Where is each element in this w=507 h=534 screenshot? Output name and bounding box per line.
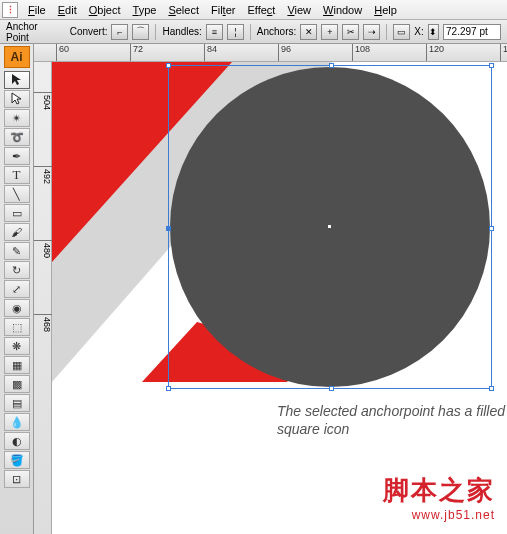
toolbox: Ai ✴ ➰ ✒ T ╲ ▭ 🖌 ✎ ↻ ⤢ ◉ ⬚ ❋ ▦ ▩ ▤ 💧 ◐ 🪣…: [0, 44, 34, 534]
direct-selection-tool[interactable]: [4, 90, 30, 108]
blend-tool[interactable]: ◐: [4, 432, 30, 450]
x-field[interactable]: [443, 24, 501, 40]
warp-tool[interactable]: ◉: [4, 299, 30, 317]
handles-label: Handles:: [162, 26, 201, 37]
watermark: 脚本之家 www.jb51.net: [383, 473, 495, 522]
anchor-remove-icon[interactable]: ✕: [300, 24, 317, 40]
menu-help[interactable]: Help: [368, 2, 403, 18]
mode-label: Anchor Point: [6, 21, 60, 43]
watermark-text: 脚本之家: [383, 473, 495, 508]
menu-view[interactable]: View: [281, 2, 317, 18]
anchor-cut-icon[interactable]: ✂: [342, 24, 359, 40]
menu-type[interactable]: Type: [127, 2, 163, 18]
handles-hide-icon[interactable]: ¦: [227, 24, 244, 40]
symbol-sprayer-tool[interactable]: ❋: [4, 337, 30, 355]
menu-object[interactable]: Object: [83, 2, 127, 18]
type-tool[interactable]: T: [4, 166, 30, 184]
app-icon: ⋮: [2, 2, 18, 18]
menu-edit[interactable]: Edit: [52, 2, 83, 18]
control-bar: Anchor Point Convert: ⌐ ⌒ Handles: ≡ ¦ A…: [0, 20, 507, 44]
scale-tool[interactable]: ⤢: [4, 280, 30, 298]
paintbrush-tool[interactable]: 🖌: [4, 223, 30, 241]
graph-tool[interactable]: ▦: [4, 356, 30, 374]
anchor-add-icon[interactable]: +: [321, 24, 338, 40]
watermark-url: www.jb51.net: [383, 508, 495, 522]
menu-filter[interactable]: Filter: [205, 2, 241, 18]
crop-tool[interactable]: ⊡: [4, 470, 30, 488]
rotate-tool[interactable]: ↻: [4, 261, 30, 279]
x-label: X:: [414, 26, 423, 37]
menu-file[interactable]: FFileile: [22, 2, 52, 18]
menu-effect[interactable]: Effect: [241, 2, 281, 18]
convert-corner-icon[interactable]: ⌐: [111, 24, 128, 40]
lasso-tool[interactable]: ➰: [4, 128, 30, 146]
menu-select[interactable]: Select: [162, 2, 205, 18]
pen-tool[interactable]: ✒: [4, 147, 30, 165]
anchor-connect-icon[interactable]: ⇢: [363, 24, 380, 40]
annotation-caption: The selected anchorpoint has a filled sq…: [277, 402, 507, 438]
eyedropper-tool[interactable]: 💧: [4, 413, 30, 431]
mesh-tool[interactable]: ▩: [4, 375, 30, 393]
convert-label: Convert:: [70, 26, 108, 37]
convert-smooth-icon[interactable]: ⌒: [132, 24, 149, 40]
canvas[interactable]: The selected anchorpoint has a filled sq…: [52, 62, 507, 534]
gradient-tool[interactable]: ▤: [4, 394, 30, 412]
link-xy-icon[interactable]: ⬍: [428, 24, 439, 40]
anchors-label: Anchors:: [257, 26, 296, 37]
free-transform-tool[interactable]: ⬚: [4, 318, 30, 336]
magic-wand-tool[interactable]: ✴: [4, 109, 30, 127]
selection-tool[interactable]: [4, 71, 30, 89]
menu-window[interactable]: Window: [317, 2, 368, 18]
align-icon[interactable]: ▭: [393, 24, 410, 40]
line-tool[interactable]: ╲: [4, 185, 30, 203]
handles-show-icon[interactable]: ≡: [206, 24, 223, 40]
rectangle-tool[interactable]: ▭: [4, 204, 30, 222]
ai-badge: Ai: [4, 46, 30, 68]
live-paint-tool[interactable]: 🪣: [4, 451, 30, 469]
horizontal-ruler: 60 72 84 96 108 120 132: [34, 44, 507, 62]
vertical-ruler: 504 492 480 468: [34, 62, 52, 534]
pencil-tool[interactable]: ✎: [4, 242, 30, 260]
menubar: ⋮ FFileile Edit Object Type Select Filte…: [0, 0, 507, 20]
center-point-icon: [328, 225, 331, 228]
